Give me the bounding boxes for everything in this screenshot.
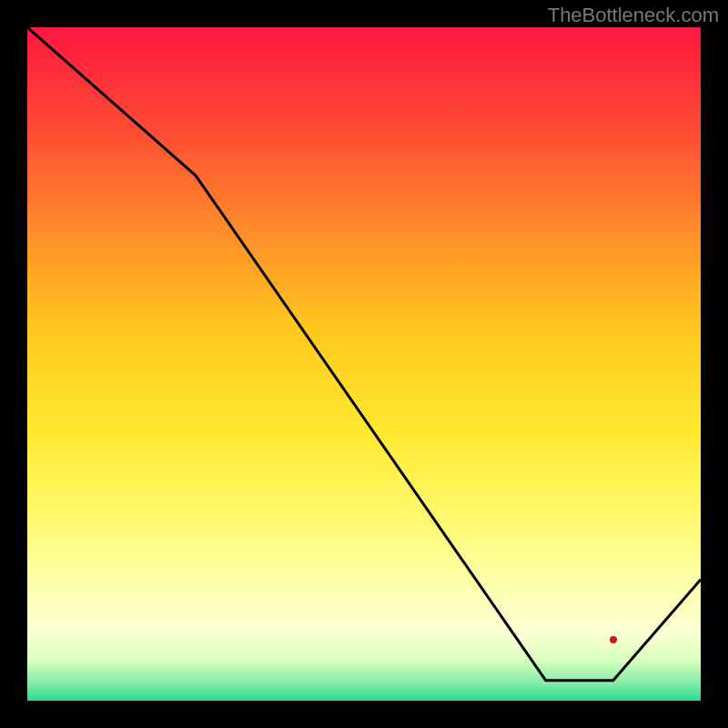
curve-line xyxy=(27,27,701,681)
watermark-text: TheBottleneck.com xyxy=(548,4,719,27)
chart-svg xyxy=(27,27,701,701)
chart-container: TheBottleneck.com xyxy=(0,0,728,728)
